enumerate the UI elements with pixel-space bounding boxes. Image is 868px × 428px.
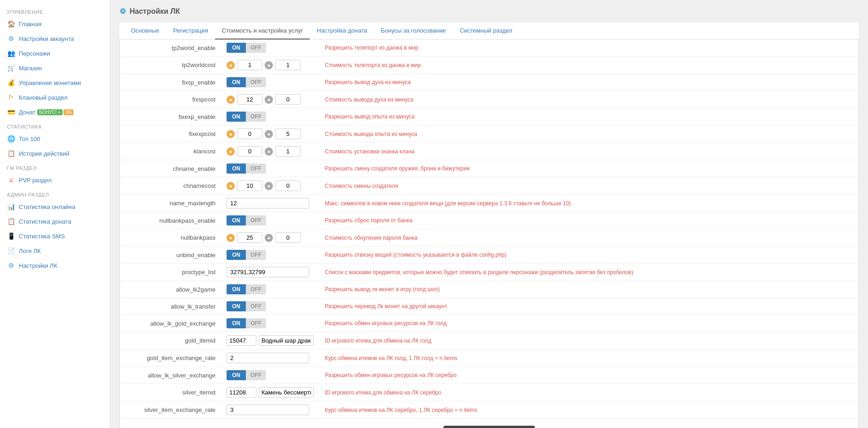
input-silver-klancost[interactable] [275,146,301,157]
toggle-allow_lk_transfer[interactable]: ONOFF [227,301,266,311]
input-gold-fixspcost[interactable] [237,94,262,105]
sidebar-item-clan[interactable]: 🏳Клановый раздел [0,90,110,105]
sidebar-item-label-donat: Донат [19,109,35,116]
toggle-on-fixexp_enable[interactable]: ON [227,112,246,122]
toggle-on-tp2world_enable[interactable]: ON [227,43,246,53]
field-control-fixsp_enable[interactable]: ONOFF [221,74,319,91]
toggle-tp2world_enable[interactable]: ONOFF [227,43,266,53]
sidebar-item-currency[interactable]: 💰Управление монетами [0,75,110,90]
sidebar-item-chars[interactable]: 👥Персонажи [0,46,110,61]
item-id-gold_itemid[interactable] [227,335,256,346]
field-control-allow_lk2game[interactable]: ONOFF [221,281,319,298]
field-control-silver_itemid[interactable] [221,384,319,401]
field-control-allow_lk_transfer[interactable]: ONOFF [221,298,319,315]
toggle-nullbankpass_enable[interactable]: ONOFF [227,215,266,225]
input-proctype_list[interactable] [227,267,309,277]
sidebar-item-home[interactable]: 🏠Главная [0,17,110,31]
input-gold-chnamecost[interactable] [237,180,262,191]
field-control-tp2worldcost[interactable]: ●● [221,56,319,74]
toggle-off-nullbankpass_enable[interactable]: OFF [246,215,266,225]
field-control-fixexp_enable[interactable]: ONOFF [221,108,319,125]
sidebar-item-history[interactable]: 📋История действий [0,146,110,161]
toggle-fixexp_enable[interactable]: ONOFF [227,112,266,122]
toggle-on-allow_lk_transfer[interactable]: ON [227,301,246,311]
input-silver-chnamecost[interactable] [275,180,301,191]
toggle-on-nullbankpass_enable[interactable]: ON [227,215,246,225]
field-control-chname_enable[interactable]: ONOFF [221,160,319,177]
input-gold-fixexpcost[interactable] [237,129,262,139]
main-content: ⚙ Настройки ЛК ОсновныеРегистрацияСтоимо… [110,0,868,428]
field-control-unbind_enable[interactable]: ONOFF [221,247,319,264]
field-control-allow_lk_silver_exchange[interactable]: ONOFF [221,367,319,384]
sidebar-item-label-shop: Магазин [19,65,42,72]
toggle-on-allow_lk2game[interactable]: ON [227,284,246,294]
field-control-allow_lk_gold_exchange[interactable]: ONOFF [221,315,319,332]
sidebar-item-shop[interactable]: 🛒Магазин [0,61,110,75]
sidebar-item-lksettings[interactable]: ⚙Настройки ЛК [0,258,110,273]
item-id-silver_itemid[interactable] [227,387,256,398]
field-name-silver_itemid: silver_itemid [120,384,221,401]
input-silver-fixexpcost[interactable] [275,129,301,139]
field-control-chnamecost[interactable]: ●● [221,177,319,195]
sidebar-item-sms[interactable]: 📱Статистика SMS [0,229,110,243]
item-name-gold_itemid[interactable] [259,335,314,346]
toggle-allow_lk_gold_exchange[interactable]: ONOFF [227,318,266,328]
toggle-allow_lk_silver_exchange[interactable]: ONOFF [227,370,266,380]
tab-votes[interactable]: Бонусы за голосование [374,23,453,39]
field-control-fixspcost[interactable]: ●● [221,91,319,108]
input-silver_item_exchange_rate[interactable] [227,405,309,415]
field-control-gold_item_exchange_rate[interactable] [221,349,319,367]
field-name-allow_lk_gold_exchange: allow_lk_gold_exchange [120,315,221,332]
toggle-off-fixexp_enable[interactable]: OFF [246,112,266,122]
input-gold_item_exchange_rate[interactable] [227,353,309,363]
sidebar-item-pvp[interactable]: ⚔PVP раздел [0,173,110,187]
toggle-off-tp2world_enable[interactable]: OFF [246,43,266,53]
toggle-on-unbind_enable[interactable]: ON [227,250,246,260]
toggle-on-allow_lk_silver_exchange[interactable]: ON [227,370,246,380]
sidebar-item-account[interactable]: ⚙Настройки аккаунта [0,31,110,46]
toggle-off-allow_lk_silver_exchange[interactable]: OFF [246,370,266,380]
item-name-silver_itemid[interactable] [259,387,314,398]
toggle-fixsp_enable[interactable]: ONOFF [227,77,266,87]
field-control-tp2world_enable[interactable]: ONOFF [221,39,319,56]
sidebar-item-online[interactable]: 📊Статистика онлайна [0,199,110,214]
toggle-off-chname_enable[interactable]: OFF [246,163,266,174]
toggle-off-unbind_enable[interactable]: OFF [246,250,266,260]
sidebar-item-donatstats[interactable]: 📋Статистика доната [0,214,110,229]
tab-register[interactable]: Регистрация [166,23,215,39]
input-gold-tp2worldcost[interactable] [237,60,262,70]
tab-system[interactable]: Системный раздел [453,23,519,39]
toggle-allow_lk2game[interactable]: ONOFF [227,284,266,294]
input-name_maxlength[interactable] [227,198,309,208]
input-silver-nullbankpass[interactable] [275,232,301,243]
field-desc-nullbankpass_enable: Разрешить сброс пароля от банка [319,212,858,229]
input-silver-tp2worldcost[interactable] [275,60,301,70]
toggle-on-chname_enable[interactable]: ON [227,163,246,174]
sidebar-item-logs[interactable]: 📄Логи ЛК [0,243,110,258]
toggle-unbind_enable[interactable]: ONOFF [227,250,266,260]
toggle-off-allow_lk2game[interactable]: OFF [246,284,266,294]
field-control-gold_itemid[interactable] [221,332,319,349]
toggle-off-allow_lk_transfer[interactable]: OFF [246,301,266,311]
field-control-nullbankpass_enable[interactable]: ONOFF [221,212,319,229]
field-control-klancost[interactable]: ●● [221,143,319,160]
tab-donat[interactable]: Настройка доната [310,23,374,39]
toggle-on-allow_lk_gold_exchange[interactable]: ON [227,318,246,328]
field-control-nullbankpass[interactable]: ●● [221,229,319,247]
field-control-proctype_list[interactable] [221,264,319,281]
field-control-silver_item_exchange_rate[interactable] [221,401,319,419]
input-silver-fixspcost[interactable] [275,94,301,105]
toggle-chname_enable[interactable]: ONOFF [227,163,266,174]
field-control-name_maxlength[interactable] [221,195,319,212]
sidebar-item-donat[interactable]: 💳ДонатБОНУС! +3% [0,105,110,119]
sidebar-item-top100[interactable]: 🌐Топ 100 [0,131,110,146]
input-gold-klancost[interactable] [237,146,262,157]
toggle-off-allow_lk_gold_exchange[interactable]: OFF [246,318,266,328]
tab-services[interactable]: Стоимость и настройка услуг [215,23,310,39]
toggle-off-fixsp_enable[interactable]: OFF [246,77,266,87]
input-gold-nullbankpass[interactable] [237,232,262,243]
field-control-fixexpcost[interactable]: ●● [221,125,319,143]
tab-basic[interactable]: Основные [124,23,166,39]
toggle-on-fixsp_enable[interactable]: ON [227,77,246,87]
save-button[interactable]: Сохранить настройки [443,426,535,428]
